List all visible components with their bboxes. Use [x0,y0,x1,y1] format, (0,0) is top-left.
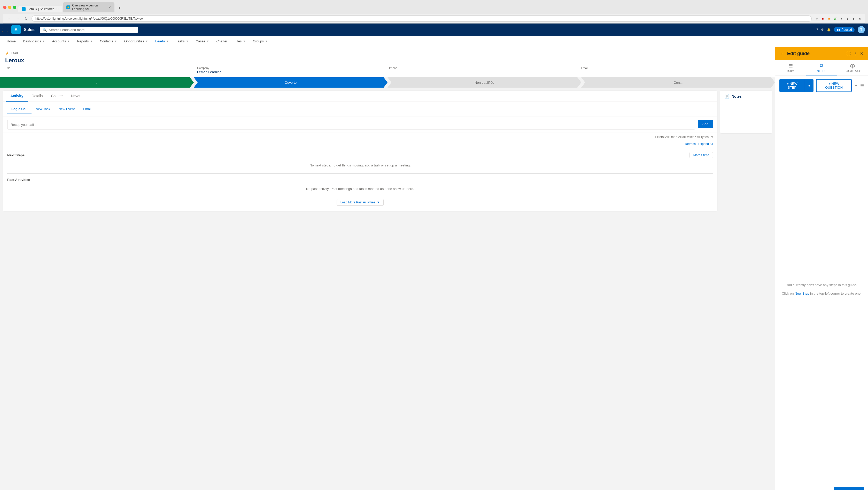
window-close-button[interactable] [3,6,6,9]
nav-item-leads[interactable]: Leads ▼ [152,36,172,47]
nav-item-reports[interactable]: Reports ▼ [73,36,96,47]
forward-button[interactable]: → [14,16,21,21]
nav-item-tasks[interactable]: Tasks ▼ [172,36,192,47]
new-step-group: + NEW STEP ▼ [779,79,813,92]
tab-details[interactable]: Details [28,91,47,101]
nav-item-chatter[interactable]: Chatter [213,36,231,47]
nav-item-files[interactable]: Files ▼ [231,36,249,47]
url-bar[interactable]: https://eu14.lightning.force.com/lightni… [32,16,812,22]
panel-close-button[interactable]: ✕ [860,51,863,56]
content-tabs: Activity Details Chatter News [3,91,717,102]
sf-header: ⋮⋮⋮ S Sales 🔍 ? ⚙ 🔔 ▮▮ Paused T [0,24,868,36]
user-avatar[interactable]: T [858,26,865,33]
tab-close-button[interactable]: ✕ [56,7,59,11]
help-icon[interactable]: ? [816,28,818,32]
settings-icon[interactable]: ⚙ [858,16,862,21]
browser-tab-lemon[interactable]: 🍋 Overview – Lemon Learning Ad ✕ [63,2,115,12]
star-icon[interactable]: ★ [5,51,9,56]
panel-tab-language[interactable]: ⨁ LANGUAGE [837,60,868,75]
extension-icon-4[interactable]: ● [839,16,844,21]
back-button[interactable]: ← [6,16,12,21]
bookmark-icon[interactable]: ☆ [814,16,819,21]
nav-item-home[interactable]: Home [3,36,20,47]
reload-button[interactable]: ↻ [23,16,29,21]
new-tab-button[interactable]: + [115,4,124,12]
field-company: Company Lemon Learning [197,66,386,74]
list-view-icon[interactable]: ☰ [860,83,864,88]
lead-fields: Title Company Lemon Learning Phone Email [5,66,770,74]
more-steps-button[interactable]: More Steps [689,152,713,158]
chevron-down-icon: ▼ [243,40,245,43]
panel-back-button[interactable]: ← [780,52,784,56]
expand-panel-button[interactable]: ⛶ [846,52,851,56]
tree-view-icon[interactable]: ⚬ [854,83,858,88]
extension-icon-5[interactable]: ▲ [845,16,850,21]
tab-close-button-2[interactable]: ✕ [108,6,111,9]
new-task-button[interactable]: New Task [32,105,54,114]
window-maximize-button[interactable] [13,6,16,9]
new-step-button[interactable]: + NEW STEP [779,79,805,92]
filter-icon[interactable]: ▿ [711,135,713,139]
tab-activity[interactable]: Activity [6,91,28,101]
notifications-icon[interactable]: 🔔 [827,28,831,32]
activity-actions: Log a Call New Task New Event Email [3,102,717,117]
panel-tab-steps[interactable]: ⧉ STEPS [806,60,837,75]
expand-link[interactable]: Expand All [698,142,713,146]
salesforce-logo[interactable]: S [11,25,21,34]
next-steps-section: Next Steps More Steps No next steps. To … [3,148,717,174]
chevron-down-icon: ▼ [186,40,189,43]
chevron-down-icon: ▼ [207,40,209,43]
publish-guide-button[interactable]: Publish Guide [834,487,864,490]
email-button[interactable]: Email [79,105,96,114]
lemon-favicon: 🍋 [66,5,70,9]
status-done[interactable]: ✓ [0,77,194,88]
new-event-button[interactable]: New Event [54,105,79,114]
new-step-link[interactable]: New Step [795,292,809,296]
app-launcher-button[interactable]: ⋮⋮⋮ [3,26,11,34]
browser-tab-salesforce[interactable]: Leroux | Salesforce ✕ [18,6,62,12]
status-inactive-2[interactable]: Con... [581,77,775,88]
nav-item-cases[interactable]: Cases ▼ [192,36,213,47]
panel-tab-info[interactable]: ☰ INFO [775,60,806,75]
new-step-dropdown-button[interactable]: ▼ [805,79,813,92]
window-minimize-button[interactable] [8,6,11,9]
nav-item-accounts[interactable]: Accounts ▼ [49,36,73,47]
tab-news[interactable]: News [67,91,84,101]
language-tab-icon: ⨁ [850,63,855,69]
panel-more-button[interactable]: ⋮ [853,51,858,56]
pause-icon: ▮▮ [836,28,840,32]
notes-icon: 📄 [724,94,730,99]
tab-chatter[interactable]: Chatter [47,91,67,101]
lead-type: ★ Lead [5,51,770,56]
setup-icon[interactable]: ⚙ [821,28,824,32]
empty-state-hint: Click on New Step in the top-left corner… [782,291,862,297]
panel-step-actions: + NEW STEP ▼ + NEW QUESTION ⚬ ☰ [775,75,868,96]
extension-icon-2[interactable]: ■ [827,16,831,21]
lead-header: ★ Lead Leroux Title Company Lemon Learni… [0,47,775,77]
salesforce-favicon [22,7,26,11]
edit-guide-panel: ← Edit guide ⛶ ⋮ ✕ ☰ INFO ⧉ STEPS ⨁ LANG… [775,47,868,490]
nav-item-opportunities[interactable]: Opportunities ▼ [121,36,152,47]
extension-icon-1[interactable]: ■ [820,16,825,21]
status-inactive-1[interactable]: Non qualifiée [388,77,581,88]
add-button[interactable]: Add [698,120,713,128]
log-call-button[interactable]: Log a Call [7,105,32,114]
nav-item-dashboards[interactable]: Dashboards ▼ [20,36,49,47]
field-title: Title [5,66,194,74]
status-active[interactable]: Ouverte [194,77,388,88]
extension-icon-3[interactable]: W [833,16,838,21]
filters-text: Filters: All time • All activities • All… [655,135,709,139]
chevron-down-icon: ▼ [166,40,169,43]
search-input[interactable] [49,28,135,32]
load-more-button[interactable]: Load More Past Activities ▼ [337,199,384,206]
recap-input[interactable] [7,120,695,129]
extension-icon-6[interactable]: ◆ [851,16,856,21]
nav-item-groups[interactable]: Groups ▼ [249,36,271,47]
refresh-link[interactable]: Refresh [685,142,696,146]
nav-item-contacts[interactable]: Contacts ▼ [96,36,121,47]
recap-area: Add [7,120,713,129]
paused-badge[interactable]: ▮▮ Paused [834,27,855,32]
panel-header-actions: ⛶ ⋮ ✕ [846,51,863,56]
panel-footer: There are no changes. Publish Guide [775,483,868,490]
new-question-button[interactable]: + NEW QUESTION [816,79,852,92]
